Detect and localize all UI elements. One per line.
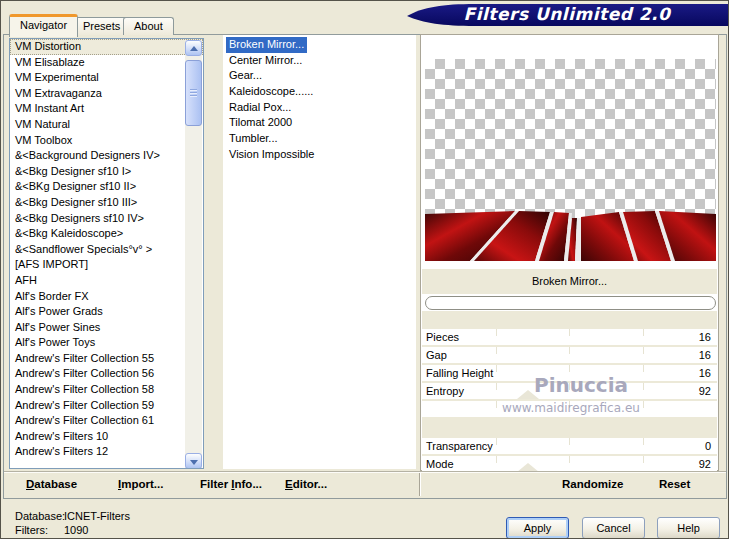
filter-item[interactable]: Center Mirror... bbox=[223, 53, 416, 69]
filter-item[interactable]: Vision Impossible bbox=[223, 147, 416, 163]
filter-item-label: Vision Impossible bbox=[226, 147, 317, 163]
param-value: 16 bbox=[699, 329, 711, 345]
filter-item-label: Radial Pox... bbox=[226, 100, 294, 116]
watermark-name: Pinuccia bbox=[491, 373, 671, 397]
watermark-url: www.maidiregrafica.eu bbox=[461, 401, 681, 415]
tab-about[interactable]: About bbox=[123, 17, 174, 35]
category-item[interactable]: VM Elisablaze bbox=[10, 55, 203, 71]
category-item[interactable]: VM Instant Art bbox=[10, 101, 203, 117]
param-label: Transparency bbox=[426, 438, 493, 454]
category-item[interactable]: &<BKg Designer sf10 II> bbox=[10, 179, 203, 195]
filters-unlimited-dialog: Filters Unlimited 2.0 Navigator Presets … bbox=[0, 0, 729, 539]
filter-item-label: Gear... bbox=[226, 68, 265, 84]
filter-info-button[interactable]: Filter Info... bbox=[200, 478, 262, 490]
status-filters-label: Filters: bbox=[15, 524, 48, 536]
category-item[interactable]: VM Experimental bbox=[10, 70, 203, 86]
category-item[interactable]: &<Bkg Kaleidoscope> bbox=[10, 226, 203, 242]
filter-item-label: Broken Mirror... bbox=[226, 37, 307, 53]
filter-item-label: Kaleidoscope...... bbox=[226, 84, 316, 100]
status-database-value: ICNET-Filters bbox=[64, 510, 130, 522]
category-item[interactable]: VM Extravaganza bbox=[10, 86, 203, 102]
tab-navigator[interactable]: Navigator bbox=[9, 14, 78, 37]
category-item[interactable]: VM Distortion bbox=[10, 39, 203, 55]
scroll-up-button[interactable] bbox=[185, 40, 202, 56]
scrollbar-thumb[interactable] bbox=[185, 60, 202, 126]
apply-button[interactable]: Apply bbox=[506, 517, 569, 539]
bottom-toolbar: Database Import... Filter Info... Editor… bbox=[4, 471, 726, 497]
thumb-grip-icon bbox=[190, 89, 197, 98]
category-item[interactable]: Andrew's Filter Collection 56 bbox=[10, 366, 203, 382]
category-item[interactable]: &<Sandflower Specials°v° > bbox=[10, 242, 203, 258]
status-filters-value: 1090 bbox=[64, 524, 88, 536]
filter-item[interactable]: Tumbler... bbox=[223, 131, 416, 147]
param-label: Gap bbox=[426, 347, 447, 363]
filter-item[interactable]: Kaleidoscope...... bbox=[223, 84, 416, 100]
label-post: ditor... bbox=[293, 478, 328, 490]
category-item[interactable]: Andrew's Filters 12 bbox=[10, 444, 203, 460]
filter-item[interactable]: Tilomat 2000 bbox=[223, 115, 416, 131]
category-item[interactable]: Andrew's Filter Collection 59 bbox=[10, 398, 203, 414]
param-row-transparency[interactable]: Transparency 0 bbox=[422, 438, 717, 454]
param-row-pieces[interactable]: Pieces 16 bbox=[422, 329, 717, 345]
filter-item[interactable]: Radial Pox... bbox=[223, 100, 416, 116]
reset-button[interactable]: Reset bbox=[659, 478, 690, 490]
status-row-database: Database: ICNET-Filters bbox=[1, 510, 401, 523]
broken-mirror-preview-graphic bbox=[425, 209, 716, 261]
param-value: 16 bbox=[699, 365, 711, 381]
toolbar-divider bbox=[419, 473, 421, 496]
filter-item-label: Tumbler... bbox=[226, 131, 281, 147]
category-item[interactable]: &<Bkg Designers sf10 IV> bbox=[10, 211, 203, 227]
filter-item[interactable]: Broken Mirror... bbox=[223, 37, 416, 53]
chevron-down-icon bbox=[190, 460, 198, 465]
randomize-button[interactable]: Randomize bbox=[562, 478, 623, 490]
title-banner: Filters Unlimited 2.0 bbox=[405, 3, 729, 27]
category-item[interactable]: Alf's Power Sines bbox=[10, 320, 203, 336]
label-post: mport... bbox=[121, 478, 163, 490]
category-item[interactable]: VM Toolbox bbox=[10, 133, 203, 149]
database-button[interactable]: Database bbox=[26, 478, 77, 490]
preview-panel: Broken Mirror... Pieces 16 Gap 16 Fallin… bbox=[420, 34, 719, 471]
filter-item-label: Center Mirror... bbox=[226, 53, 305, 69]
param-label: Entropy bbox=[426, 383, 464, 399]
category-item[interactable]: Alf's Power Grads bbox=[10, 304, 203, 320]
preview-image[interactable] bbox=[425, 59, 716, 261]
label-post: nfo... bbox=[235, 478, 262, 490]
param-label: Falling Height bbox=[426, 365, 493, 381]
param-value: 0 bbox=[705, 438, 711, 454]
category-item[interactable]: Alf's Power Toys bbox=[10, 335, 203, 351]
param-value: 92 bbox=[699, 456, 711, 472]
param-label: Pieces bbox=[426, 329, 459, 345]
category-item[interactable]: &<Bkg Designer sf10 III> bbox=[10, 195, 203, 211]
category-item[interactable]: Andrew's Filter Collection 61 bbox=[10, 413, 203, 429]
label-post: atabase bbox=[34, 478, 77, 490]
category-item[interactable]: Andrew's Filters 10 bbox=[10, 429, 203, 445]
category-item[interactable]: [AFS IMPORT] bbox=[10, 257, 203, 273]
import-button[interactable]: Import... bbox=[118, 478, 163, 490]
editor-button[interactable]: Editor... bbox=[285, 478, 327, 490]
category-item[interactable]: Alf's Border FX bbox=[10, 289, 203, 305]
category-item[interactable]: VM Natural bbox=[10, 117, 203, 133]
filter-item[interactable]: Gear... bbox=[223, 68, 416, 84]
help-button[interactable]: Help bbox=[657, 517, 720, 539]
category-item[interactable]: &<Background Designers IV> bbox=[10, 148, 203, 164]
param-label: Mode bbox=[426, 456, 454, 472]
chevron-up-icon bbox=[190, 46, 198, 51]
param-row-gap[interactable]: Gap 16 bbox=[422, 347, 717, 363]
category-item[interactable]: Andrew's Filter Collection 58 bbox=[10, 382, 203, 398]
app-title: Filters Unlimited 2.0 bbox=[405, 4, 729, 24]
category-item[interactable]: Andrew's Filter Collection 55 bbox=[10, 351, 203, 367]
param-row-mode[interactable]: Mode 92 bbox=[422, 456, 717, 472]
category-item[interactable]: AFH bbox=[10, 273, 203, 289]
label-accel: E bbox=[285, 478, 293, 490]
label-pre: Filter bbox=[200, 478, 231, 490]
category-scrollbar[interactable] bbox=[185, 40, 202, 469]
category-list[interactable]: VM Distortion VM Elisablaze VM Experimen… bbox=[9, 38, 204, 469]
category-item[interactable]: &<Bkg Designer sf10 I> bbox=[10, 164, 203, 180]
status-database-label: Database: bbox=[15, 510, 65, 522]
scroll-down-button[interactable] bbox=[185, 453, 202, 469]
param-value: 16 bbox=[699, 347, 711, 363]
status-row-filters: Filters: 1090 bbox=[1, 524, 401, 537]
cancel-button[interactable]: Cancel bbox=[582, 517, 645, 539]
progress-bar bbox=[425, 296, 716, 310]
filter-list[interactable]: Broken Mirror... Center Mirror... Gear..… bbox=[223, 35, 416, 469]
